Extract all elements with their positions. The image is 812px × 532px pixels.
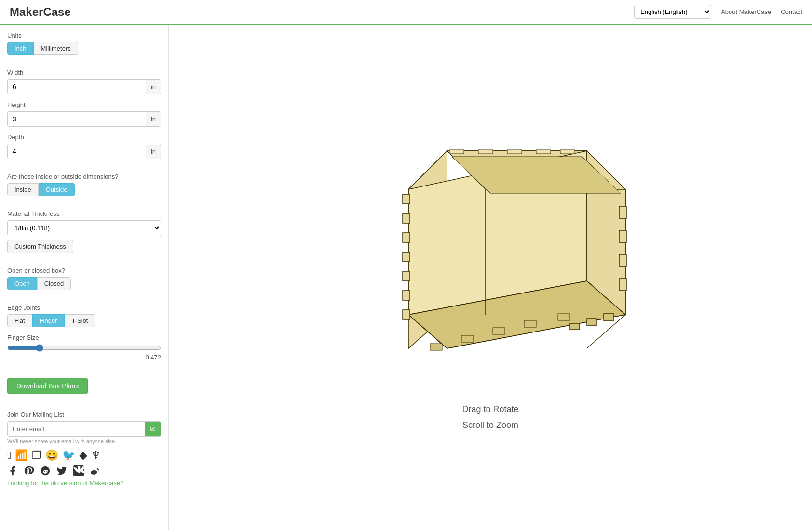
app-header: MakerCase English (English) Deutsch (Ger… (0, 0, 812, 25)
depth-input-row: in (7, 144, 161, 159)
svg-rect-29 (570, 323, 580, 330)
material-thickness-label: Material Thickness (7, 210, 161, 217)
dimensions-group: Inside Outside (7, 183, 161, 196)
outside-button[interactable]: Outside (39, 183, 75, 196)
old-version-link[interactable]: Looking for the old version of Makercase… (7, 479, 123, 487)
depth-label: Depth (7, 133, 161, 141)
svg-point-1 (47, 469, 48, 470)
scroll-hint: Scroll to Zoom (462, 417, 518, 433)
inch-button[interactable]: Inch (7, 42, 34, 55)
tslot-button[interactable]: T-Slot (65, 314, 95, 327)
facebook-icon[interactable] (7, 466, 21, 479)
svg-rect-40 (461, 335, 474, 342)
header-right: English (English) Deutsch (German) Españ… (634, 5, 802, 19)
svg-rect-35 (403, 252, 410, 262)
vk-icon[interactable]: ◆ (79, 449, 87, 462)
canvas-area: .box-fill { fill: #e8d9a0; stroke: #3a2e… (169, 25, 812, 530)
finger-button[interactable]: Finger (32, 314, 65, 327)
closed-button[interactable]: Closed (37, 277, 71, 290)
units-label: Units (7, 32, 161, 39)
custom-thickness-button[interactable]: Custom Thickness (7, 240, 73, 253)
contact-link[interactable]: Contact (781, 8, 802, 15)
divider-3 (7, 203, 161, 203)
width-label: Width (7, 69, 161, 76)
vk-icon[interactable] (73, 466, 87, 479)
svg-rect-47 (536, 150, 551, 154)
divider-4 (7, 260, 161, 260)
height-input-row: in (7, 111, 161, 127)
svg-rect-32 (403, 310, 410, 319)
email-row: ✉ (7, 421, 161, 437)
depth-unit: in (146, 145, 161, 159)
open-closed-label: Open or closed box? (7, 267, 161, 274)
pinterest-icon[interactable] (24, 466, 37, 479)
depth-input[interactable] (8, 144, 146, 159)
3d-box-container: .box-fill { fill: #e8d9a0; stroke: #3a2e… (341, 122, 640, 392)
svg-rect-37 (403, 213, 410, 223)
twitter-icon[interactable]: 🐦 (62, 449, 75, 462)
twitter-icon[interactable] (56, 466, 70, 479)
open-closed-group: Open Closed (7, 277, 161, 290)
divider-6 (7, 368, 161, 368)
svg-rect-44 (449, 150, 464, 154)
facebook-icon[interactable]:  (7, 449, 11, 462)
units-group: Inch Millimeters (7, 42, 161, 55)
drag-hint: Drag to Rotate (462, 401, 518, 417)
about-link[interactable]: About MakerCase (721, 8, 771, 15)
flat-button[interactable]: Flat (7, 314, 32, 327)
svg-rect-46 (507, 150, 522, 154)
svg-rect-45 (478, 150, 493, 154)
svg-rect-43 (558, 314, 570, 320)
divider-2 (7, 166, 161, 166)
svg-rect-33 (403, 291, 410, 300)
svg-rect-48 (560, 150, 575, 154)
app-title: MakerCase (10, 5, 71, 19)
svg-rect-23 (619, 206, 626, 218)
divider-7 (7, 404, 161, 404)
canvas-hint: Drag to Rotate Scroll to Zoom (462, 401, 518, 433)
social-icons:  📶 ❐ 😄 🐦 ◆ ♆ (7, 449, 161, 462)
edge-joints-label: Edge Joints (7, 304, 161, 311)
finger-size-slider[interactable] (7, 344, 161, 352)
email-submit-button[interactable]: ✉ (145, 422, 161, 436)
edge-joints-group: Flat Finger T-Slot (7, 314, 161, 327)
inside-button[interactable]: Inside (7, 183, 39, 196)
weibo-icon[interactable] (90, 466, 100, 479)
svg-rect-38 (403, 194, 410, 204)
svg-rect-24 (619, 230, 626, 242)
reddit-icon[interactable] (40, 466, 54, 479)
svg-rect-27 (604, 314, 613, 321)
width-input-row: in (7, 79, 161, 94)
weibo-icon[interactable]: ♆ (91, 449, 101, 462)
height-input[interactable] (8, 112, 146, 126)
svg-rect-42 (524, 320, 536, 327)
facebook-icon[interactable]: 📶 (15, 449, 28, 462)
svg-rect-26 (619, 279, 626, 291)
reddit-icon[interactable]: 😄 (45, 449, 58, 462)
language-select[interactable]: English (English) Deutsch (German) Españ… (634, 5, 711, 19)
svg-rect-34 (403, 271, 410, 281)
3d-box-svg[interactable]: .box-fill { fill: #e8d9a0; stroke: #3a2e… (341, 122, 640, 382)
finger-size-label: Finger Size (7, 334, 161, 341)
social-row (7, 466, 161, 479)
sidebar: Units Inch Millimeters Width in Height i… (0, 25, 169, 530)
svg-rect-39 (430, 344, 442, 350)
dimensions-label: Are these inside or outside dimensions? (7, 173, 161, 180)
width-input[interactable] (8, 80, 146, 94)
open-button[interactable]: Open (7, 277, 37, 290)
height-unit: in (146, 112, 161, 126)
width-unit: in (146, 80, 161, 94)
email-input[interactable] (8, 422, 145, 436)
download-button[interactable]: Download Box Plans (7, 378, 88, 394)
mailing-label: Join Our Mailing List (7, 411, 161, 418)
millimeters-button[interactable]: Millimeters (34, 42, 78, 55)
email-note: We'll never share your email with anyone… (7, 439, 161, 444)
divider-5 (7, 297, 161, 297)
main-layout: Units Inch Millimeters Width in Height i… (0, 25, 812, 530)
svg-rect-41 (493, 328, 505, 334)
material-thickness-select[interactable]: 1/8in (0.118) 1/4in (0.236) 3/8in (0.354… (7, 220, 161, 236)
svg-rect-28 (587, 319, 596, 326)
pinterest-icon[interactable]: ❐ (32, 449, 41, 462)
finger-size-value: 0.472 (7, 354, 161, 361)
height-label: Height (7, 101, 161, 108)
